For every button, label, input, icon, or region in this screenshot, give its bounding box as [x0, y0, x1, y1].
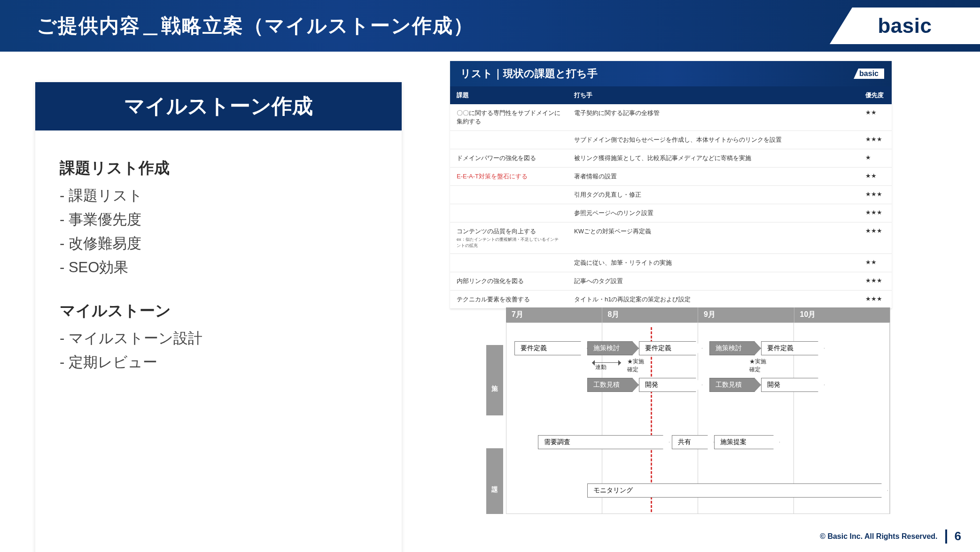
- gantt-months: 7月 8月 9月 10月: [506, 307, 890, 322]
- cell-issue: 内部リンクの強化を図る: [450, 272, 568, 291]
- gbar: 工数見積: [709, 378, 761, 392]
- cell-priority: ★: [859, 149, 892, 168]
- cell-issue: テクニカル要素を改善する: [450, 291, 568, 309]
- brand-logo-text: basic: [878, 14, 932, 38]
- section2-item: - マイルストーン設計: [60, 326, 377, 350]
- left-card-title: マイルストーン作成: [35, 82, 402, 130]
- table-row: サブドメイン側でお知らせページを作成し、本体サイトからのリンクを設置★★★: [450, 131, 892, 149]
- section1-item: - 事業優先度: [60, 207, 377, 231]
- cell-priority: ★★★: [859, 131, 892, 149]
- section1-item: - 改修難易度: [60, 231, 377, 255]
- cell-priority: ★★★: [859, 222, 892, 254]
- col-priority: 優先度: [859, 86, 892, 104]
- cell-priority: ★★: [859, 104, 892, 131]
- cell-issue: コンテンツの品質を向上するex：似たインテントの重複解消・不足しているインテント…: [450, 222, 568, 254]
- slide-footer: © Basic Inc. All Rights Reserved. 6: [820, 529, 961, 544]
- section1-item: - 課題リスト: [60, 184, 377, 207]
- star-confirm-left: ★実施 確定: [627, 358, 644, 374]
- section1-item: - SEO効果: [60, 255, 377, 279]
- gantt-side-top: 施策: [486, 345, 503, 415]
- cell-priority: ★★★: [859, 291, 892, 309]
- star-confirm-right: ★実施 確定: [749, 358, 766, 374]
- cell-priority: ★★★: [859, 204, 892, 222]
- cell-issue: ドメインパワーの強化を図る: [450, 149, 568, 168]
- gbar: 要件定義: [761, 341, 824, 355]
- cell-action: 参照元ページへのリンク設置: [568, 204, 859, 222]
- slide-title: ご提供内容＿戦略立案（マイルストーン作成）: [37, 13, 474, 39]
- table-row: 定義に従い、加筆・リライトの実施★★: [450, 254, 892, 272]
- cell-action: 記事へのタグ設置: [568, 272, 859, 291]
- cell-priority: ★★★: [859, 272, 892, 291]
- table-row: テクニカル要素を改善するタイトル・h1の再設定案の策定および設定★★★: [450, 291, 892, 309]
- col-action: 打ち手: [568, 86, 859, 104]
- section1-title: 課題リスト作成: [60, 158, 377, 179]
- left-summary-card: マイルストーン作成 課題リスト作成 - 課題リスト - 事業優先度 - 改修難易…: [35, 82, 402, 552]
- gantt-month: 8月: [602, 307, 699, 322]
- gantt-month: 9月: [698, 307, 794, 322]
- gbar: 需要調査: [538, 435, 669, 449]
- cell-priority: ★★: [859, 254, 892, 272]
- gantt-month: 10月: [794, 307, 891, 322]
- cell-issue: 〇〇に関する専門性をサブドメインに集約する: [450, 104, 568, 131]
- table-row: コンテンツの品質を向上するex：似たインテントの重複解消・不足しているインテント…: [450, 222, 892, 254]
- table-row: 〇〇に関する専門性をサブドメインに集約する電子契約に関する記事の全移管★★: [450, 104, 892, 131]
- table-row: ドメインパワーの強化を図る被リンク獲得施策として、比較系記事メディアなどに寄稿を…: [450, 149, 892, 168]
- col-issue: 課題: [450, 86, 568, 104]
- table-row: E-E-A-T対策を盤石にする著者情報の設置★★: [450, 168, 892, 186]
- cell-action: 定義に従い、加筆・リライトの実施: [568, 254, 859, 272]
- copyright: © Basic Inc. All Rights Reserved.: [820, 532, 937, 541]
- section2-item: - 定期レビュー: [60, 350, 377, 374]
- issue-list-panel: リスト｜現状の課題と打ち手 basic 課題 打ち手 優先度 〇〇に関する専門性…: [450, 61, 892, 309]
- gbar: 開発: [761, 378, 824, 392]
- cell-priority: ★★: [859, 168, 892, 186]
- gbar: モニタリング: [587, 483, 888, 498]
- cell-priority: ★★★: [859, 186, 892, 204]
- issue-list-title-text: リスト｜現状の課題と打ち手: [460, 68, 598, 79]
- gbar: 要件定義: [514, 341, 587, 355]
- cell-action: 引用タグの見直し・修正: [568, 186, 859, 204]
- cell-issue: E-E-A-T対策を盤石にする: [450, 168, 568, 186]
- gbar: 開発: [639, 378, 702, 392]
- cell-action: KWごとの対策ページ再定義: [568, 222, 859, 254]
- issue-list-title: リスト｜現状の課題と打ち手 basic: [450, 61, 892, 86]
- gbar: 工数見積: [587, 378, 639, 392]
- table-row: 引用タグの見直し・修正★★★: [450, 186, 892, 204]
- issue-table: 課題 打ち手 優先度 〇〇に関する専門性をサブドメインに集約する電子契約に関する…: [450, 86, 892, 309]
- gbar: 施策提案: [714, 435, 780, 449]
- slide-header: ご提供内容＿戦略立案（マイルストーン作成） basic: [0, 0, 980, 52]
- link-label: 連動: [595, 363, 607, 371]
- cell-action: サブドメイン側でお知らせページを作成し、本体サイトからのリンクを設置: [568, 131, 859, 149]
- issue-list-brand: basic: [854, 69, 884, 79]
- footer-divider: [945, 529, 947, 544]
- cell-issue: [450, 186, 568, 204]
- cell-action: 電子契約に関する記事の全移管: [568, 104, 859, 131]
- gantt-month: 7月: [506, 307, 602, 322]
- cell-issue: [450, 204, 568, 222]
- table-row: 参照元ページへのリンク設置★★★: [450, 204, 892, 222]
- cell-action: 著者情報の設置: [568, 168, 859, 186]
- gantt-chart: 7月 8月 9月 10月 施策 課題 要件定義 施策検討 要件定義 施策検討 要…: [486, 307, 890, 514]
- gbar: 施策検討: [709, 341, 761, 355]
- cell-action: タイトル・h1の再設定案の策定および設定: [568, 291, 859, 309]
- section2-title: マイルストーン: [60, 300, 377, 322]
- gbar: 共有: [672, 435, 714, 449]
- gantt-side-bottom: 課題: [486, 448, 503, 514]
- page-number: 6: [955, 529, 961, 544]
- cell-issue: [450, 131, 568, 149]
- gbar: 要件定義: [639, 341, 702, 355]
- cell-action: 被リンク獲得施策として、比較系記事メディアなどに寄稿を実施: [568, 149, 859, 168]
- gbar: 施策検討: [587, 341, 639, 355]
- cell-issue: [450, 254, 568, 272]
- table-row: 内部リンクの強化を図る記事へのタグ設置★★★: [450, 272, 892, 291]
- brand-corner: basic: [830, 0, 980, 52]
